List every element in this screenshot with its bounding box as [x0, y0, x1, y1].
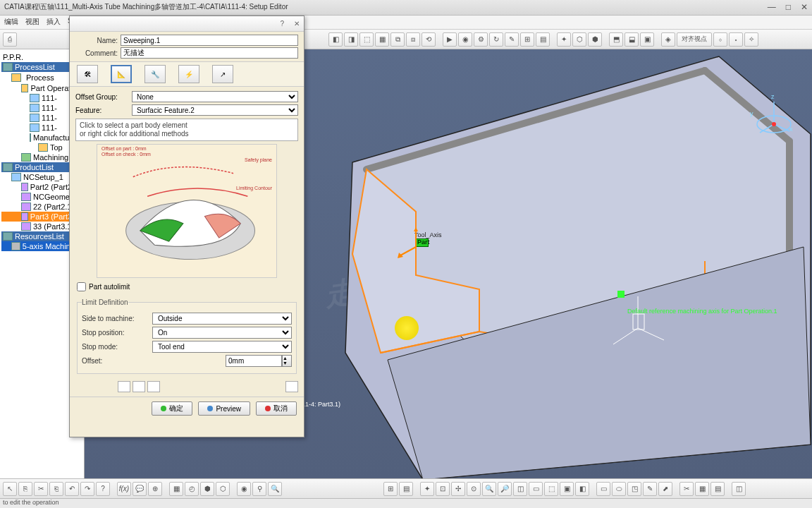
diag-option-right[interactable] [285, 381, 298, 392]
tb-a2[interactable]: ◨ [344, 32, 358, 47]
bt-g1[interactable]: ⊞ [383, 482, 398, 496]
stop-mode-select[interactable]: Tool end [152, 341, 292, 353]
bt-h7[interactable]: ◫ [513, 482, 527, 496]
tab-geometry[interactable]: 📐 [111, 65, 132, 83]
offset-input[interactable] [226, 355, 282, 367]
part-autolimit-checkbox[interactable]: Part autolimit [77, 282, 297, 291]
bt-j2[interactable]: ▦ [695, 482, 709, 496]
offset-group-select[interactable]: None [132, 91, 298, 102]
bt-7[interactable]: ? [96, 482, 110, 496]
offset-spinner[interactable]: ▲▼ [282, 355, 292, 367]
bt-9[interactable]: ⊕ [148, 482, 162, 496]
bt-12[interactable]: ⬢ [200, 482, 214, 496]
bt-h10[interactable]: ▣ [560, 482, 574, 496]
bt-i5[interactable]: ⬈ [658, 482, 672, 496]
tb-b5[interactable]: ✎ [505, 32, 519, 47]
bt-14[interactable]: ◉ [237, 482, 251, 496]
bt-15[interactable]: ⚲ [252, 482, 266, 496]
tb-a7[interactable]: ⟲ [422, 32, 436, 47]
bt-8[interactable]: 💬 [133, 482, 147, 496]
tab-strategy[interactable]: 🛠 [77, 65, 98, 83]
tb-d1[interactable]: ⬒ [609, 32, 623, 47]
menu-view[interactable]: 视图 [25, 17, 39, 28]
bt-2[interactable]: ⎘ [18, 482, 32, 496]
tab-macro[interactable]: ↗ [212, 65, 233, 83]
bt-1[interactable]: ↖ [3, 482, 17, 496]
compass-z: z [771, 93, 775, 100]
diag-option-2[interactable] [133, 381, 145, 392]
compass[interactable]: z x y [753, 96, 795, 138]
geometry-diagram[interactable]: Offset on part : 0mm Offset on check : 0… [97, 144, 277, 278]
bt-fx[interactable]: f(x) [117, 482, 131, 496]
comment-input[interactable] [121, 47, 298, 59]
bt-h11[interactable]: ◧ [575, 482, 589, 496]
maximize-button[interactable]: □ [786, 2, 791, 13]
bt-g2[interactable]: ▤ [399, 482, 413, 496]
tb-d2[interactable]: ⬓ [625, 32, 639, 47]
minimize-button[interactable]: — [768, 2, 776, 13]
tb-e4[interactable]: ⬩ [729, 32, 743, 47]
tb-a1[interactable]: ◧ [328, 32, 343, 47]
close-button[interactable]: ✕ [801, 2, 808, 13]
menu-edit[interactable]: 编辑 [4, 17, 18, 28]
bt-i3[interactable]: ◳ [627, 482, 641, 496]
tb-d3[interactable]: ▣ [640, 32, 654, 47]
preview-button[interactable]: Preview [198, 401, 250, 416]
tb-b3[interactable]: ⚙ [474, 32, 488, 47]
bt-j3[interactable]: ▤ [710, 482, 725, 496]
cancel-button[interactable]: 取消 [256, 401, 297, 416]
tb-b2[interactable]: ◉ [458, 32, 472, 47]
selection-hint[interactable]: Click to select a part body element or r… [75, 119, 298, 141]
bt-h9[interactable]: ⬚ [544, 482, 558, 496]
diag-option-1[interactable] [118, 381, 130, 392]
bt-5[interactable]: ↶ [65, 482, 79, 496]
bt-h2[interactable]: ⊡ [436, 482, 450, 496]
dialog-help-button[interactable]: ? [280, 20, 284, 28]
tab-tool[interactable]: 🔧 [144, 65, 166, 83]
offset-group-label: Offset Group: [75, 93, 129, 101]
menu-insert[interactable]: 插入 [47, 17, 61, 28]
tb-a3[interactable]: ⬚ [359, 32, 374, 47]
tb-e5[interactable]: ✧ [744, 32, 758, 47]
tb-e2[interactable]: 对齐视点 [677, 32, 712, 47]
bt-i4[interactable]: ✎ [643, 482, 657, 496]
bt-h5[interactable]: 🔍 [482, 482, 496, 496]
ok-button[interactable]: 确定 [152, 401, 192, 416]
tb-e3[interactable]: ⬨ [713, 32, 727, 47]
bt-3[interactable]: ✂ [34, 482, 48, 496]
tb-a4[interactable]: ▦ [375, 32, 389, 47]
dialog-close-button[interactable]: ✕ [294, 20, 300, 28]
bt-4[interactable]: ⎗ [49, 482, 63, 496]
bt-h3[interactable]: ✢ [451, 482, 465, 496]
tb-a6[interactable]: ⧈ [406, 32, 420, 47]
feature-select[interactable]: Surfacic Feature.2 [132, 104, 298, 116]
bt-h6[interactable]: 🔎 [498, 482, 512, 496]
bt-10[interactable]: ▦ [169, 482, 183, 496]
tab-feeds[interactable]: ⚡ [178, 65, 199, 83]
tb-c1[interactable]: ✦ [557, 32, 571, 47]
tb-e1[interactable]: ◈ [661, 32, 675, 47]
bt-i1[interactable]: ▭ [596, 482, 610, 496]
tb-a5[interactable]: ⧉ [390, 32, 405, 47]
bt-13[interactable]: ⬡ [216, 482, 230, 496]
bt-6[interactable]: ↷ [80, 482, 94, 496]
bt-i2[interactable]: ⬭ [612, 482, 626, 496]
tb-c3[interactable]: ⬢ [588, 32, 602, 47]
tb-b1[interactable]: ▶ [443, 32, 457, 47]
bt-h4[interactable]: ⊙ [467, 482, 481, 496]
tb-b7[interactable]: ▤ [536, 32, 550, 47]
tb-b6[interactable]: ⊞ [520, 32, 534, 47]
bt-k1[interactable]: ◫ [732, 482, 746, 496]
tb-c2[interactable]: ⬡ [572, 32, 586, 47]
side-to-machine-select[interactable]: Outside [152, 313, 292, 325]
bt-j1[interactable]: ✂ [679, 482, 694, 496]
diag-option-3[interactable] [147, 381, 160, 392]
tool-1[interactable]: ⎙ [3, 32, 17, 47]
bt-h1[interactable]: ✦ [420, 482, 434, 496]
stop-position-select[interactable]: On [152, 327, 292, 339]
name-input[interactable] [121, 35, 298, 46]
bt-16[interactable]: 🔍 [268, 482, 282, 496]
tb-b4[interactable]: ↻ [489, 32, 503, 47]
bt-11[interactable]: ◴ [185, 482, 199, 496]
bt-h8[interactable]: ▭ [529, 482, 543, 496]
